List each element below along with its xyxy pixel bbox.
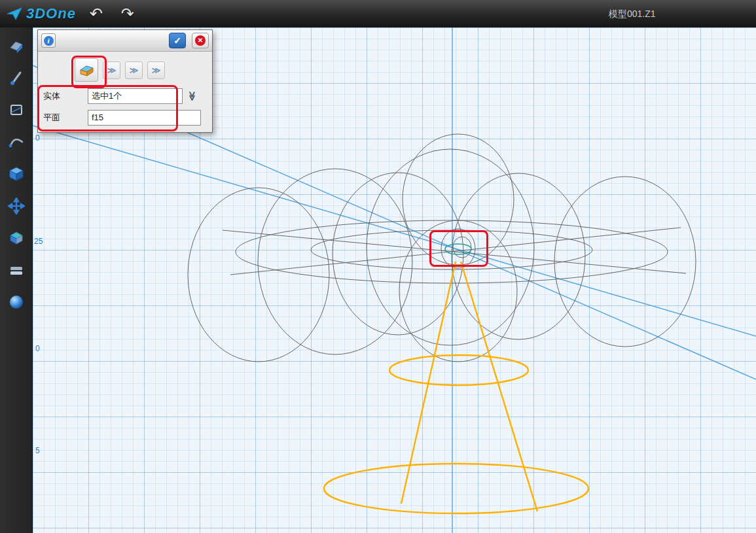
sidebar-tool-primitives[interactable] (3, 33, 29, 59)
redo-button[interactable]: ↷ (117, 4, 139, 24)
measure-icon (8, 262, 25, 279)
plane-field-label: 平面 (43, 112, 88, 124)
document-title: 模型001.Z1 (609, 0, 656, 27)
plane-field-row: 平面 (43, 109, 212, 126)
solid-cube-icon (8, 165, 25, 182)
sketch-brush-icon (8, 69, 25, 86)
command-dialog: i ✓ ✕ ≫ ≫ ≫ 实体 ≫ 平面 (37, 29, 213, 133)
sketch-plane-icon (8, 101, 25, 118)
cancel-button[interactable]: ✕ (192, 33, 209, 48)
mode-arrow-icon: ≫ (107, 65, 117, 75)
app-logo[interactable]: 3DOne (7, 5, 76, 22)
curve-tool-icon (8, 133, 25, 150)
material-sphere-icon (8, 294, 25, 311)
special-shape-icon (8, 230, 25, 247)
mode-button-4[interactable]: ≫ (147, 61, 165, 79)
mode-button-row: ≫ ≫ ≫ (75, 57, 212, 83)
info-button[interactable]: i (41, 33, 56, 48)
sidebar-tool-sketch-plane[interactable] (3, 97, 29, 123)
sidebar-tool-measure[interactable] (3, 257, 29, 283)
mode-button-2[interactable]: ≫ (103, 61, 120, 79)
sidebar-tool-special-shape[interactable] (3, 225, 29, 251)
sidebar-tool-material[interactable] (3, 289, 29, 315)
sidebar-tool-solid-edit[interactable] (3, 161, 29, 187)
mode-arrow-icon: ≫ (130, 65, 139, 75)
mode-button-3[interactable]: ≫ (125, 61, 143, 79)
plane-field-input[interactable] (88, 110, 201, 126)
sidebar-tool-move[interactable] (3, 193, 29, 219)
entity-field-input[interactable] (88, 88, 183, 104)
paper-plane-icon (7, 7, 22, 21)
confirm-button[interactable]: ✓ (169, 33, 186, 48)
sidebar-tool-sketch-brush[interactable] (3, 65, 29, 91)
sidebar-tool-curve[interactable] (3, 129, 29, 155)
undo-button[interactable]: ↶ (85, 4, 107, 24)
titlebar: 3DOne ↶ ↷ 模型001.Z1 (0, 0, 756, 27)
entity-field-label: 实体 (43, 90, 88, 102)
mode-button-fillet-face[interactable] (75, 58, 98, 82)
solid-primitives-icon (8, 37, 25, 54)
dialog-titlebar: i ✓ ✕ (38, 30, 212, 52)
tool-sidebar (0, 27, 33, 533)
move-tool-icon (8, 198, 25, 215)
info-icon: i (44, 36, 54, 46)
expand-chevron-icon[interactable]: ≫ (187, 91, 198, 101)
entity-field-row: 实体 ≫ (43, 87, 212, 105)
fillet-faces-icon (77, 61, 96, 79)
close-icon: ✕ (195, 35, 206, 46)
mode-arrow-icon: ≫ (152, 65, 161, 75)
app-logo-text: 3DOne (26, 5, 76, 22)
